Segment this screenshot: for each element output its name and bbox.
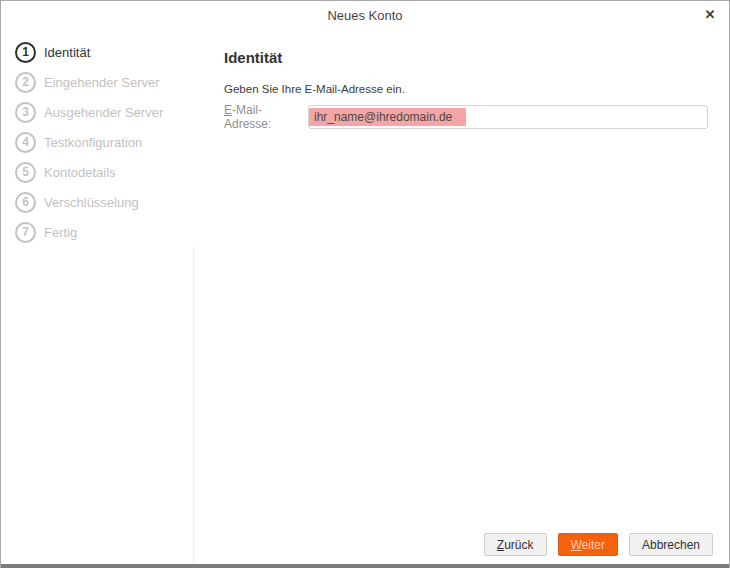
main-panel: Identität Geben Sie Ihre E-Mail-Adresse … (224, 29, 729, 564)
step-number-badge: 6 (15, 192, 36, 213)
step-verschluesselung: 6 Verschlüsselung (1, 187, 193, 217)
step-number-badge: 4 (15, 132, 36, 153)
instruction-text: Geben Sie Ihre E-Mail-Adresse ein. (224, 83, 729, 95)
step-number-badge: 5 (15, 162, 36, 183)
titlebar: Neues Konto ✕ (1, 1, 729, 29)
step-number-badge: 1 (15, 42, 36, 63)
step-fertig: 7 Fertig (1, 217, 193, 247)
step-label: Fertig (44, 225, 77, 240)
step-ausgehender-server: 3 Ausgehender Server (1, 97, 193, 127)
step-testkonfiguration: 4 Testkonfiguration (1, 127, 193, 157)
email-input[interactable]: ihr_name@ihredomain.de (308, 105, 708, 129)
new-account-dialog: Neues Konto ✕ 1 Identität 2 Eingehender … (0, 0, 730, 568)
step-identitaet: 1 Identität (1, 37, 193, 67)
step-eingehender-server: 2 Eingehender Server (1, 67, 193, 97)
step-number-badge: 2 (15, 72, 36, 93)
wizard-steps: 1 Identität 2 Eingehender Server 3 Ausge… (1, 37, 193, 247)
next-button[interactable]: Weiter (558, 533, 618, 556)
window-bottom-edge (1, 564, 729, 568)
step-label: Kontodetails (44, 165, 116, 180)
email-input-selected-text: ihr_name@ihredomain.de (309, 108, 466, 126)
back-button[interactable]: Zurück (484, 533, 547, 556)
email-form-row: E-Mail-Adresse: ihr_name@ihredomain.de (224, 103, 729, 131)
step-number-badge: 3 (15, 102, 36, 123)
close-icon[interactable]: ✕ (702, 7, 718, 23)
step-number-badge: 7 (15, 222, 36, 243)
step-label: Identität (44, 45, 90, 60)
sidebar-divider (193, 246, 194, 564)
step-label: Ausgehender Server (44, 105, 163, 120)
dialog-title: Neues Konto (1, 8, 729, 23)
email-label: E-Mail-Adresse: (224, 103, 308, 131)
step-label: Eingehender Server (44, 75, 160, 90)
page-title: Identität (224, 49, 729, 66)
step-kontodetails: 5 Kontodetails (1, 157, 193, 187)
footer-buttons: Zurück Weiter Abbrechen (484, 533, 713, 556)
step-label: Testkonfiguration (44, 135, 142, 150)
step-label: Verschlüsselung (44, 195, 139, 210)
cancel-button[interactable]: Abbrechen (629, 533, 713, 556)
